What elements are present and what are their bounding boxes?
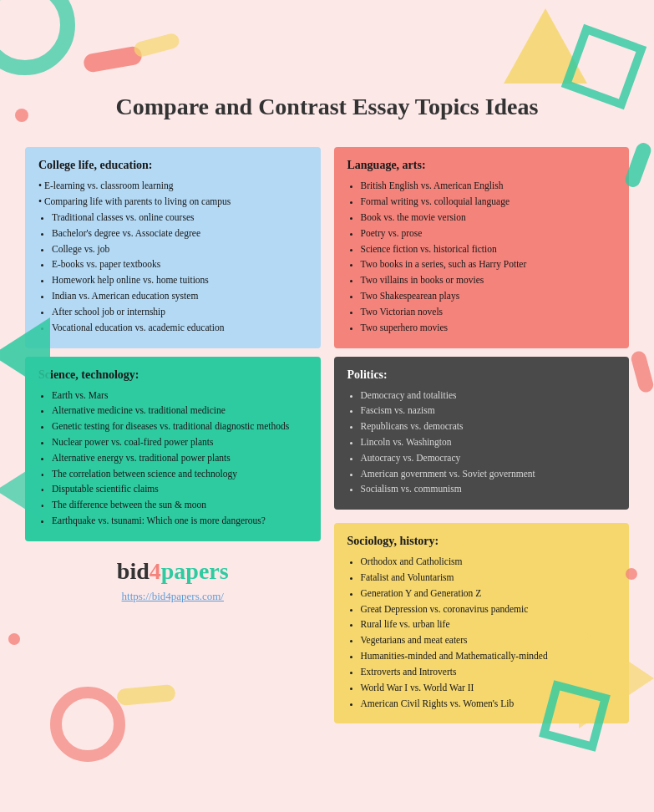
logo-section: bid4papers https://bid4papers.com/: [25, 541, 321, 620]
logo-link[interactable]: https://bid4papers.com/: [122, 590, 224, 603]
list-item: Poetry vs. prose: [361, 226, 616, 241]
list-item: Orthodox and Catholicism: [361, 555, 616, 570]
list-item: Two villains in books or movies: [361, 273, 616, 288]
list-item: World War I vs. World War II: [361, 681, 616, 696]
card-politics: Politics: Democracy and totalities Fasci…: [334, 357, 630, 510]
list-item: Two superhero movies: [361, 321, 616, 336]
logo-text: bid4papers: [117, 558, 229, 584]
list-item: British English vs. American English: [361, 179, 616, 194]
list-item: Disputable scientific claims: [52, 482, 307, 497]
list-item: E-books vs. paper textbooks: [52, 257, 307, 272]
list-item: After school job or internship: [52, 305, 307, 320]
card-language: Language, arts: British English vs. Amer…: [334, 147, 630, 348]
language-title: Language, arts:: [347, 159, 616, 172]
language-list: British English vs. American English For…: [347, 179, 616, 335]
content-grid: College life, education: • E-learning vs…: [0, 139, 654, 356]
sociology-list: Orthodox and Catholicism Fatalist and Vo…: [347, 555, 616, 711]
list-item: Nuclear power vs. coal-fired power plant…: [52, 435, 307, 450]
list-item: Vegetarians and meat eaters: [361, 633, 616, 648]
college-item-comparing: • Comparing life with parents to living …: [38, 195, 307, 210]
list-item: Alternative energy vs. traditional power…: [52, 451, 307, 466]
list-item: Science fiction vs. historical fiction: [361, 242, 616, 257]
politics-list: Democracy and totalities Fascism vs. naz…: [347, 388, 616, 498]
college-list: Traditional classes vs. online courses B…: [38, 211, 307, 336]
college-item-elearning: • E-learning vs. classroom learning: [38, 179, 307, 194]
left-bottom-col: Science, technology: Earth vs. Mars Alte…: [25, 357, 321, 724]
list-item: Bachelor's degree vs. Associate degree: [52, 226, 307, 241]
list-item: Lincoln vs. Washington: [361, 435, 616, 450]
list-item: Earth vs. Mars: [52, 388, 307, 403]
college-title: College life, education:: [38, 159, 307, 172]
list-item: Two Shakespearean plays: [361, 289, 616, 304]
list-item: Homework help online vs. home tuitions: [52, 273, 307, 288]
card-science: Science, technology: Earth vs. Mars Alte…: [25, 357, 321, 541]
bottom-section: Science, technology: Earth vs. Mars Alte…: [0, 357, 654, 733]
list-item: Autocracy vs. Democracy: [361, 451, 616, 466]
list-item: Vocational education vs. academic educat…: [52, 321, 307, 336]
list-item: The correlation between science and tech…: [52, 467, 307, 482]
list-item: Humanities-minded and Mathematically-min…: [361, 649, 616, 664]
sociology-title: Sociology, history:: [347, 535, 616, 548]
list-item: Socialism vs. communism: [361, 482, 616, 497]
list-item: Two Victorian novels: [361, 305, 616, 320]
list-item: Great Depression vs. coronavirus pandemi…: [361, 602, 616, 617]
page-title: Compare and Contrast Essay Topics Ideas: [0, 0, 654, 139]
list-item: Formal writing vs. colloquial language: [361, 195, 616, 210]
list-item: Generation Y and Generation Z: [361, 586, 616, 601]
list-item: American Civil Rights vs. Women's Lib: [361, 697, 616, 712]
list-item: Democracy and totalities: [361, 388, 616, 403]
logo: bid4papers: [117, 558, 229, 585]
science-list: Earth vs. Mars Alternative medicine vs. …: [38, 388, 307, 529]
list-item: American government vs. Soviet governmen…: [361, 467, 616, 482]
list-item: Fatalist and Voluntarism: [361, 571, 616, 586]
list-item: Traditional classes vs. online courses: [52, 211, 307, 226]
card-sociology: Sociology, history: Orthodox and Catholi…: [334, 523, 630, 723]
list-item: Extroverts and Introverts: [361, 665, 616, 680]
logo-four: 4: [150, 558, 161, 584]
right-bottom-col: Politics: Democracy and totalities Fasci…: [334, 357, 630, 724]
list-item: Fascism vs. nazism: [361, 403, 616, 419]
logo-bid: bid: [117, 558, 150, 584]
list-item: Earthquake vs. tsunami: Which one is mor…: [52, 514, 307, 529]
list-item: The difference between the sun & moon: [52, 498, 307, 513]
list-item: Alternative medicine vs. traditional med…: [52, 403, 307, 419]
list-item: Republicans vs. democrats: [361, 419, 616, 434]
politics-title: Politics:: [347, 368, 616, 382]
list-item: Indian vs. American education system: [52, 289, 307, 304]
science-title: Science, technology:: [38, 368, 307, 382]
list-item: Two books in a series, such as Harry Pot…: [361, 257, 616, 272]
list-item: College vs. job: [52, 242, 307, 257]
logo-papers: papers: [161, 558, 229, 584]
list-item: Book vs. the movie version: [361, 211, 616, 226]
list-item: Genetic testing for diseases vs. traditi…: [52, 419, 307, 434]
card-college: College life, education: • E-learning vs…: [25, 147, 321, 348]
list-item: Rural life vs. urban life: [361, 617, 616, 632]
